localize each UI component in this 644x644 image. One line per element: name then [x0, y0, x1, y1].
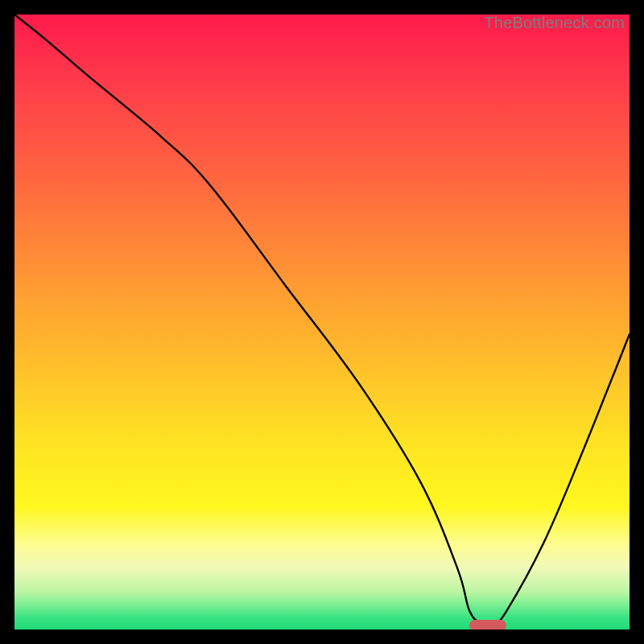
plot-area: TheBottleneck.com [14, 14, 630, 630]
bottleneck-curve [14, 14, 630, 630]
watermark-text: TheBottleneck.com [484, 14, 625, 32]
chart-frame: TheBottleneck.com [0, 0, 644, 644]
optimal-marker [469, 620, 506, 630]
